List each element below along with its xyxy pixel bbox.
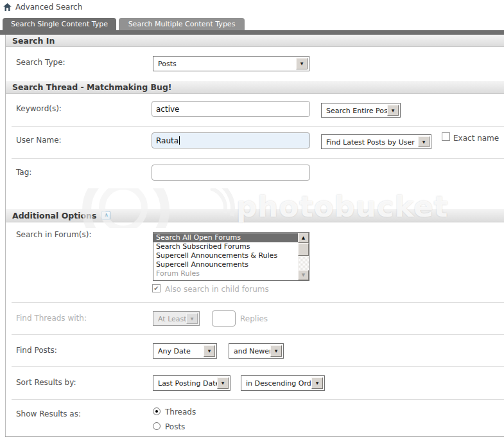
advanced-search-page: Advanced Search Search Single Content Ty… [0,0,504,439]
section-header-search-thread: Search Thread - Matchmaking Bug! [6,81,504,94]
list-item[interactable]: Supercell Announcements & Rules [153,251,298,260]
tabstrip-underline [0,30,504,35]
chevron-down-icon: ▼ [186,313,198,324]
content-left-border [5,35,6,437]
list-item[interactable]: Forum Rules [153,269,298,278]
keyword-value: active [156,105,179,114]
tag-input[interactable] [152,165,310,181]
username-mode-select[interactable]: Find Latest Posts by User ▼ [321,134,431,149]
text-cursor [179,136,180,145]
divider [12,366,504,367]
tab-search-single-content-type[interactable]: Search Single Content Type [3,18,116,30]
divider [12,334,504,335]
forums-listbox[interactable]: Search All Open Forums Search Subscribed… [153,232,309,281]
child-forums-label: Also search in child forums [165,285,269,294]
date-value: Any Date [158,347,191,355]
scroll-up-icon[interactable]: ▲ [298,233,309,243]
scrollbar-thumb[interactable] [298,243,309,256]
threads-radio[interactable] [153,408,161,415]
chevron-down-icon[interactable]: ▼ [387,105,399,116]
tag-label: Tag: [16,168,31,177]
chevron-down-icon[interactable]: ▼ [217,377,229,389]
divider [12,158,504,159]
keyword-label: Keyword(s): [16,104,62,113]
sort-order-value: in Descending Order [246,379,318,388]
section-title: Additional Options [12,211,96,220]
username-input[interactable]: Rauta [152,132,310,148]
list-item[interactable]: Search All Open Forums [153,233,298,242]
section-header-search-in: Search In [6,35,504,47]
chevron-down-icon[interactable]: ▼ [270,345,282,357]
list-item[interactable]: Search Subscribed Forums [153,242,298,251]
chevron-down-icon[interactable]: ▼ [418,136,430,147]
find-threads-label: Find Threads with: [16,314,87,323]
collapse-section-button[interactable]: ∧ [101,211,110,220]
sort-by-select[interactable]: Last Posting Date ▼ [153,375,230,391]
divider [12,302,504,303]
check-icon: ✔ [153,285,159,292]
keyword-scope-select[interactable]: Search Entire Posts ▼ [321,103,401,118]
exact-name-checkbox[interactable] [442,132,450,141]
chevron-down-icon[interactable]: ▼ [296,58,308,69]
chevron-down-icon[interactable]: ▼ [204,345,215,357]
posts-radio-label: Posts [165,422,185,431]
section-title: Search Thread - Matchmaking Bug! [12,82,172,92]
posts-radio[interactable] [153,422,161,430]
divider [12,399,504,400]
threads-radio-label: Threads [165,408,196,417]
sort-by-value: Last Posting Date [158,379,220,388]
at-least-select: At Least ▼ [153,311,200,326]
chevron-up-icon: ∧ [104,213,109,218]
chevron-down-icon[interactable]: ▼ [311,377,323,389]
username-value: Rauta [156,136,178,145]
search-type-label: Search Type: [16,58,65,67]
forums-label: Search in Forum(s): [16,230,92,239]
scroll-down-icon[interactable]: ▼ [298,270,309,280]
section-header-additional-options: Additional Options ∧ [6,209,504,222]
page-title: Advanced Search [15,3,82,12]
find-posts-label: Find Posts: [16,346,57,355]
keyword-scope-value: Search Entire Posts [326,106,394,114]
exact-name-label: Exact name [453,134,499,143]
date-direction-value: and Newer [234,347,272,355]
at-least-value: At Least [158,314,187,323]
breadcrumb: Advanced Search [3,2,82,12]
scrollbar[interactable]: ▲ ▼ [298,233,309,280]
date-direction-select[interactable]: and Newer ▼ [229,343,284,359]
forums-list: Search All Open Forums Search Subscribed… [153,233,298,278]
replies-input[interactable] [212,310,236,327]
username-mode-value: Find Latest Posts by User [326,138,415,146]
section-title: Search In [12,36,55,46]
search-type-select[interactable]: Posts ▼ [153,56,309,71]
tab-search-multiple-content-types[interactable]: Search Multiple Content Types [119,18,245,30]
search-type-value: Posts [158,60,177,68]
keyword-input[interactable]: active [152,101,310,117]
list-item[interactable]: Supercell Announcements [153,260,298,269]
divider [12,126,504,127]
sort-results-label: Sort Results by: [16,378,76,387]
home-icon[interactable] [3,3,12,11]
content-bottom-border [5,436,504,437]
username-label: User Name: [16,136,62,145]
replies-label: Replies [240,314,268,323]
sort-order-select[interactable]: in Descending Order ▼ [241,375,325,391]
child-forums-checkbox[interactable]: ✔ [152,284,161,292]
show-results-label: Show Results as: [16,409,81,418]
date-select[interactable]: Any Date ▼ [153,343,217,359]
